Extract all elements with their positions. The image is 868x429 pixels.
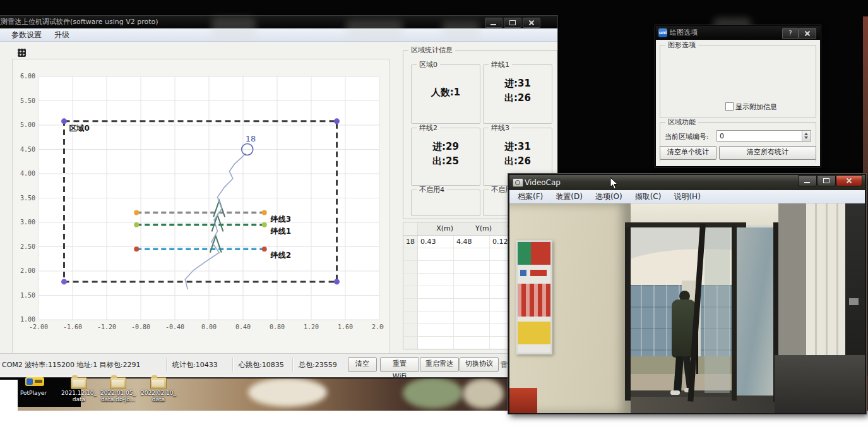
- poster-detail: [520, 270, 526, 276]
- minimize-icon: [490, 24, 496, 25]
- potplayer-icon[interactable]: [25, 377, 44, 386]
- door-frame-top: [625, 222, 746, 227]
- door-glass: [705, 227, 730, 393]
- table-cell: [418, 286, 454, 298]
- table-cell: [418, 261, 454, 273]
- trip-line-endpoint: [262, 210, 267, 215]
- videocap-minimize-button[interactable]: [798, 175, 817, 186]
- y-tick-label: 1.00: [20, 316, 35, 323]
- table-cell: [454, 337, 490, 349]
- indoor-floor-right: [775, 355, 865, 413]
- current-region-input[interactable]: 0: [716, 130, 811, 142]
- maximize-button[interactable]: [504, 18, 521, 28]
- trip-line-endpoint: [134, 222, 139, 227]
- desktop-icon-label: 2022.02.10_data: [136, 390, 181, 402]
- videocap-menu-item[interactable]: 说明(H): [668, 191, 706, 203]
- y-tick-label: 3.50: [20, 195, 35, 202]
- menu-item[interactable]: 升级: [49, 29, 75, 41]
- menu-item[interactable]: 参数设置: [6, 29, 47, 41]
- dialog-close-button[interactable]: [799, 28, 816, 39]
- clear-single-stat-button[interactable]: 清空单个统计: [660, 146, 716, 160]
- x-tick-label: 0.80: [270, 323, 285, 330]
- region-corner-dot: [61, 118, 67, 124]
- folder-icon[interactable]: [71, 377, 87, 389]
- table-cell: [454, 311, 490, 323]
- trip-line-endpoint: [134, 210, 139, 215]
- x-tick-label: -0.40: [165, 323, 184, 330]
- stat-box: 绊线1进:31出:26: [483, 64, 552, 124]
- videocap-menu-item[interactable]: 选项(O): [590, 191, 628, 203]
- stat-box-label: 绊线3: [489, 124, 512, 132]
- folder-icon[interactable]: [150, 377, 167, 389]
- videocap-menu-item[interactable]: 装置(D): [550, 191, 588, 203]
- videocap-maximize-button[interactable]: [817, 175, 836, 186]
- stat-box-values: 进:29出:25: [412, 140, 480, 169]
- folder-icon[interactable]: [110, 377, 126, 389]
- y-tick-label: 2.00: [20, 267, 35, 274]
- minimize-button[interactable]: [485, 18, 502, 28]
- stat-line: 进:31: [484, 140, 552, 154]
- region-function-group-title: 区域功能: [665, 118, 698, 126]
- desktop-icon-label-line: data: [136, 396, 181, 402]
- row-header-cell: [403, 337, 418, 349]
- region-corner-dot: [334, 279, 340, 284]
- menu-item[interactable]: 口: [0, 29, 4, 41]
- trip-line-label: 绊线1: [270, 227, 291, 236]
- videocap-close-button[interactable]: [836, 175, 862, 186]
- desktop-icon-label-line: data: [57, 396, 101, 402]
- stat-box: 区域0人数:1: [411, 64, 480, 124]
- status-separator: [292, 358, 293, 372]
- wall-poster: [516, 240, 552, 354]
- clear-all-stats-button[interactable]: 清空所有统计: [719, 146, 816, 160]
- videocap-titlebar[interactable]: VideoCap: [509, 175, 865, 190]
- videocap-menu-item[interactable]: 撷取(C): [629, 191, 667, 203]
- current-region-spinner[interactable]: [802, 131, 811, 141]
- table-cell: [454, 286, 490, 298]
- target-id-label: 18: [246, 134, 256, 143]
- status-segment: 心跳包:10835: [239, 360, 284, 370]
- stat-box-values: 进:31出:26: [484, 76, 552, 106]
- dialog-titlebar[interactable]: uni 绘图选项 ?: [656, 26, 820, 40]
- row-header-cell: [403, 311, 418, 323]
- clear-button[interactable]: 清空: [348, 357, 377, 372]
- y-tick-label: 3.00: [20, 219, 35, 226]
- table-header-cell: X(m): [418, 222, 456, 235]
- show-extra-info-label: 显示附加信息: [735, 102, 777, 114]
- help-button[interactable]: ?: [782, 28, 799, 39]
- chart-tab-icon[interactable]: [18, 49, 26, 57]
- region-corner-dot: [334, 118, 340, 124]
- y-tick-label: 2.50: [20, 243, 35, 250]
- stats-panel-title: 区域统计信息: [408, 46, 455, 54]
- dialog-title: 绘图选项: [670, 26, 698, 40]
- radar-tool-window: 员监测雷达上位机调试软件(software using V2 proto) 口参…: [0, 15, 558, 378]
- x-tick-label: -1.60: [63, 323, 82, 330]
- table-cell: [454, 299, 490, 311]
- status-segment: 总包:23559: [299, 360, 337, 370]
- desktop-icon-label-line: 2022.02.10_: [136, 390, 181, 396]
- row-header-cell: [403, 261, 418, 273]
- current-region-value: 0: [720, 132, 724, 140]
- switch-protocol-button[interactable]: 切换协议: [460, 357, 499, 372]
- y-tick-label: 1.50: [20, 292, 35, 299]
- x-tick-label: 0.00: [201, 323, 217, 330]
- poster-header: [518, 242, 550, 265]
- stat-box-values: 进:31出:26: [484, 140, 552, 169]
- videocap-menu-item[interactable]: 档案(F): [512, 191, 549, 203]
- stat-line: 进:31: [484, 76, 552, 91]
- row-header-cell: [403, 248, 418, 260]
- stat-box-label: 绊线2: [417, 124, 440, 132]
- stat-line: 出:25: [412, 154, 480, 169]
- y-tick-label: 4.50: [20, 146, 35, 153]
- main-titlebar[interactable]: 员监测雷达上位机调试软件(software using V2 proto): [0, 16, 557, 28]
- side-glass-panel: [737, 227, 773, 396]
- wallpaper-blur: [403, 377, 463, 409]
- restart-radar-button[interactable]: 重启雷达: [420, 357, 459, 372]
- videocap-caption-buttons: [798, 175, 862, 186]
- stat-box-label: 绊线1: [489, 61, 512, 69]
- show-extra-info-checkbox[interactable]: [725, 102, 734, 111]
- x-tick-label: 1.60: [338, 323, 353, 330]
- radar-plot[interactable]: -2.00-1.60-1.20-0.80-0.400.000.400.801.2…: [15, 64, 384, 335]
- close-button[interactable]: [523, 18, 540, 28]
- table-header-cell: Y(m): [456, 222, 495, 235]
- reset-wifi-button[interactable]: 重置WiFi: [380, 357, 419, 372]
